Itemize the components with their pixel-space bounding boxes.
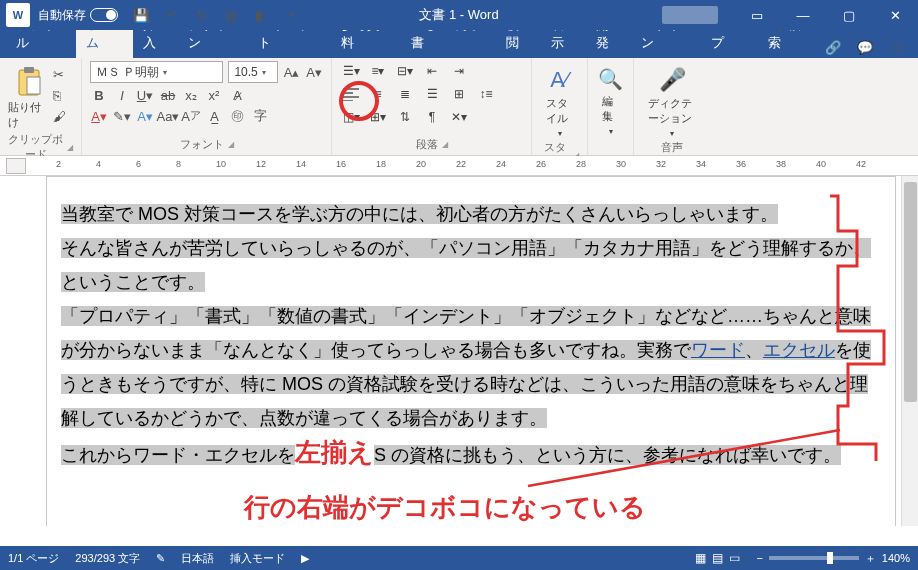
styles-icon: A⁄ xyxy=(550,67,568,93)
distribute-button[interactable]: ⊞ xyxy=(448,84,470,104)
grow-font-icon[interactable]: A▴ xyxy=(283,63,301,81)
minimize-button[interactable]: — xyxy=(780,0,826,30)
clipboard-icon xyxy=(16,67,42,97)
document-title: 文書 1 - Word xyxy=(419,6,498,24)
show-marks-icon[interactable]: ¶ xyxy=(421,107,443,127)
paste-button[interactable]: 貼り付け xyxy=(8,61,50,130)
window-controls: ▭ — ▢ ✕ xyxy=(662,0,918,30)
underline-button[interactable]: U▾ xyxy=(136,86,154,104)
vertical-scrollbar[interactable] xyxy=(901,176,918,526)
shrink-font-icon[interactable]: A▾ xyxy=(305,63,323,81)
qat-more-icon[interactable]: ▾ xyxy=(282,6,300,24)
title-bar: W 自動保存 💾 ↶ ↻ ▥ ◧ ▾ 文書 1 - Word ▭ — ▢ ✕ xyxy=(0,0,918,30)
numbering-icon[interactable]: ≡▾ xyxy=(367,61,389,81)
horizontal-ruler[interactable]: 24681012141618202224262830323436384042 xyxy=(0,156,918,176)
char-shading-icon[interactable]: 字 xyxy=(251,107,269,125)
align-center-button[interactable]: ≡ xyxy=(367,84,389,104)
group-editing: 🔍 編集▾ xyxy=(588,58,634,155)
editing-button[interactable]: 🔍 編集▾ xyxy=(596,61,625,136)
printlayout-icon[interactable]: ▤ xyxy=(712,551,723,565)
dictation-button[interactable]: 🎤 ディクテーション▾ xyxy=(642,61,702,138)
autosave-toggle[interactable]: 自動保存 xyxy=(38,7,118,24)
word-count[interactable]: 293/293 文字 xyxy=(75,551,140,566)
asian-layout-icon[interactable]: ✕▾ xyxy=(448,107,470,127)
strike-button[interactable]: ab xyxy=(159,86,177,104)
autosave-label: 自動保存 xyxy=(38,7,86,24)
shading-icon[interactable]: ◫▾ xyxy=(340,107,362,127)
group-paragraph: ☰▾ ≡▾ ⊟▾ ⇤ ⇥ ≡ ≣ ☰ ⊞ ↕≡ ◫▾ ⊞▾ ⇅ ¶ ✕▾ xyxy=(332,58,532,155)
document-area: 当教室で MOS 対策コースを学ぶ方の中には、初心者の方がたくさんいらっしゃいま… xyxy=(0,176,918,526)
save-icon[interactable]: 💾 xyxy=(132,6,150,24)
group-clipboard: 貼り付け ✂ ⎘ 🖌 クリップボード◢ xyxy=(0,58,82,155)
qat-btn-icon[interactable]: ▥ xyxy=(222,6,240,24)
ribbon-options-icon[interactable]: ▭ xyxy=(734,0,780,30)
highlight-icon[interactable]: ✎▾ xyxy=(113,107,131,125)
tab-selector-icon[interactable] xyxy=(6,158,26,174)
font-size-select[interactable]: 10.5▾ xyxy=(228,61,277,83)
spellcheck-icon[interactable]: ✎ xyxy=(156,552,165,565)
close-button[interactable]: ✕ xyxy=(872,0,918,30)
dec-indent-icon[interactable]: ⇤ xyxy=(421,61,443,81)
phonetic-icon[interactable]: Aア xyxy=(182,107,200,125)
bold-button[interactable]: B xyxy=(90,86,108,104)
align-right-button[interactable]: ≣ xyxy=(394,84,416,104)
cut-icon[interactable]: ✂ xyxy=(53,67,66,82)
change-case-icon[interactable]: Aa▾ xyxy=(159,107,177,125)
zoom-in-icon[interactable]: ＋ xyxy=(865,551,876,566)
zoom-level[interactable]: 140% xyxy=(882,552,910,564)
zoom-slider[interactable] xyxy=(769,556,859,560)
svg-rect-2 xyxy=(27,77,40,94)
page-count[interactable]: 1/1 ページ xyxy=(8,551,59,566)
borders-icon[interactable]: ⊞▾ xyxy=(367,107,389,127)
ribbon: 貼り付け ✂ ⎘ 🖌 クリップボード◢ ＭＳ Ｐ明朝▾ 10.5▾ A▴ A▾ … xyxy=(0,58,918,156)
char-border-icon[interactable]: A̲ xyxy=(205,107,223,125)
readmode-icon[interactable]: ▦ xyxy=(695,551,706,565)
format-painter-icon[interactable]: 🖌 xyxy=(53,109,66,124)
document-text[interactable]: 当教室で MOS 対策コースを学ぶ方の中には、初心者の方がたくさんいらっしゃいま… xyxy=(61,197,881,472)
zoom-control[interactable]: − ＋ 140% xyxy=(756,551,910,566)
clear-format-icon[interactable]: A̷ xyxy=(228,86,246,104)
group-styles: A⁄ スタイル▾ スタイル◢ xyxy=(532,58,588,155)
smiley-icon[interactable]: ☺ xyxy=(886,36,908,58)
page[interactable]: 当教室で MOS 対策コースを学ぶ方の中には、初心者の方がたくさんいらっしゃいま… xyxy=(46,176,896,526)
toggle-icon xyxy=(90,8,118,22)
weblayout-icon[interactable]: ▭ xyxy=(729,551,740,565)
redo-icon[interactable]: ↻ xyxy=(192,6,210,24)
ribbon-tabs: ファイル ホーム 挿入 デザイン レイアウト 参考資料 差し込み文書 校閲 表示… xyxy=(0,30,918,58)
zoom-out-icon[interactable]: − xyxy=(756,552,762,564)
line-spacing-icon[interactable]: ↕≡ xyxy=(475,84,497,104)
share-icon[interactable]: 🔗 xyxy=(822,36,844,58)
justify-button[interactable]: ☰ xyxy=(421,84,443,104)
undo-icon[interactable]: ↶ xyxy=(162,6,180,24)
text-effects-icon[interactable]: A▾ xyxy=(136,107,154,125)
superscript-button[interactable]: x² xyxy=(205,86,223,104)
subscript-button[interactable]: x₂ xyxy=(182,86,200,104)
italic-button[interactable]: I xyxy=(113,86,131,104)
multilevel-icon[interactable]: ⊟▾ xyxy=(394,61,416,81)
svg-rect-1 xyxy=(24,67,34,73)
sort-icon[interactable]: ⇅ xyxy=(394,107,416,127)
font-name-select[interactable]: ＭＳ Ｐ明朝▾ xyxy=(90,61,223,83)
align-left-button[interactable] xyxy=(340,84,362,104)
macro-icon[interactable]: ▶ xyxy=(301,552,309,565)
copy-icon[interactable]: ⎘ xyxy=(53,88,66,103)
quick-access-toolbar: 💾 ↶ ↻ ▥ ◧ ▾ xyxy=(132,6,300,24)
user-badge[interactable] xyxy=(662,6,718,24)
group-voice: 🎤 ディクテーション▾ 音声 xyxy=(634,58,710,155)
comments-icon[interactable]: 💬 xyxy=(854,36,876,58)
styles-button[interactable]: A⁄ スタイル▾ xyxy=(540,61,579,138)
view-buttons: ▦ ▤ ▭ xyxy=(695,551,740,565)
language[interactable]: 日本語 xyxy=(181,551,214,566)
insert-mode[interactable]: 挿入モード xyxy=(230,551,285,566)
font-color-icon[interactable]: A▾ xyxy=(90,107,108,125)
maximize-button[interactable]: ▢ xyxy=(826,0,872,30)
inc-indent-icon[interactable]: ⇥ xyxy=(448,61,470,81)
enclose-icon[interactable]: ㊞ xyxy=(228,107,246,125)
group-font: ＭＳ Ｐ明朝▾ 10.5▾ A▴ A▾ B I U▾ ab x₂ x² A̷ A… xyxy=(82,58,332,155)
find-icon: 🔍 xyxy=(598,67,623,91)
ruler-ticks: 24681012141618202224262830323436384042 xyxy=(56,156,918,175)
mic-icon: 🎤 xyxy=(659,67,686,93)
scrollbar-thumb[interactable] xyxy=(904,182,917,402)
qat-btn2-icon[interactable]: ◧ xyxy=(252,6,270,24)
bullets-icon[interactable]: ☰▾ xyxy=(340,61,362,81)
